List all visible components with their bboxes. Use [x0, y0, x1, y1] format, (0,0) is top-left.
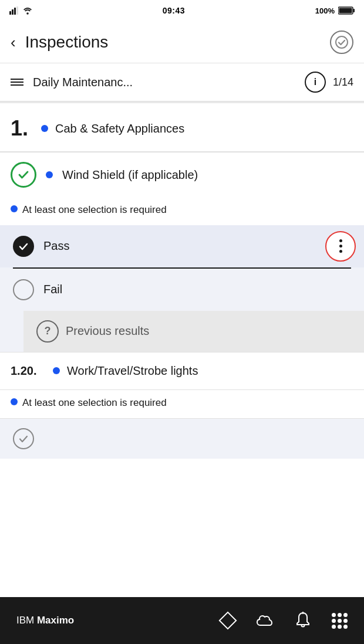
svg-point-4 — [26, 12, 29, 15]
prev-results-text: Previous results — [66, 324, 149, 338]
sub-section-row: 1.20. Work/Travel/Strobe lights — [0, 352, 364, 389]
page-title: Inspections — [25, 33, 330, 52]
svg-rect-0 — [9, 11, 11, 15]
partial-answer-row — [0, 418, 364, 459]
fail-row[interactable]: Fail — [0, 269, 364, 311]
selection-notice-2: At least one selection is required — [0, 390, 364, 418]
svg-point-8 — [336, 36, 348, 48]
notice-text: At least one selection is required — [22, 203, 167, 217]
status-battery: 100% — [315, 6, 355, 15]
windshield-label: Wind Shield (if applicable) — [62, 168, 198, 182]
notice-text-2: At least one selection is required — [22, 396, 167, 410]
fail-label: Fail — [43, 283, 353, 296]
svg-rect-7 — [339, 8, 352, 13]
section-dot — [41, 125, 48, 132]
status-bar: 09:43 100% — [0, 0, 364, 21]
info-button[interactable]: i — [305, 72, 326, 93]
sub-header: Daily Maintenanc... i 1/14 — [0, 63, 364, 101]
prev-results-icon: ? — [36, 320, 59, 343]
section-title: Cab & Safety Appliances — [55, 122, 184, 135]
sub-item-label: Work/Travel/Strobe lights — [67, 364, 198, 378]
svg-rect-6 — [353, 9, 355, 12]
windshield-row: Wind Shield (if applicable) — [0, 152, 364, 197]
status-time: 09:43 — [163, 6, 185, 15]
selection-notice-1: At least one selection is required — [0, 197, 364, 225]
cloud-button[interactable] — [255, 614, 274, 628]
apps-button[interactable] — [332, 613, 348, 629]
dot2 — [339, 245, 342, 248]
svg-rect-2 — [14, 8, 16, 15]
cloud-icon — [255, 614, 274, 628]
nav-spacer — [0, 459, 364, 506]
back-button[interactable]: ‹ — [11, 35, 16, 50]
notice-dot — [11, 205, 18, 212]
more-options-button[interactable] — [325, 231, 356, 262]
sub-section-number: 1.20. — [11, 364, 46, 378]
previous-results[interactable]: ? Previous results — [23, 311, 364, 352]
dot1 — [339, 239, 342, 242]
windshield-check[interactable] — [11, 162, 36, 188]
answer-area: Pass Fail ? Previous results — [0, 225, 364, 352]
page-counter: 1/14 — [333, 76, 353, 89]
svg-rect-3 — [16, 6, 18, 15]
partial-radio — [13, 428, 34, 449]
nav-icons — [221, 612, 348, 629]
fail-radio[interactable] — [13, 279, 34, 300]
item-dot — [46, 171, 53, 178]
bell-icon — [295, 612, 311, 629]
home-button[interactable] — [221, 614, 234, 627]
notice-dot-2 — [11, 398, 18, 405]
status-signal — [9, 6, 32, 15]
complete-button[interactable] — [330, 30, 353, 54]
header: ‹ Inspections — [0, 21, 364, 63]
dot3 — [339, 250, 342, 253]
section-number: 1. — [11, 116, 34, 141]
pass-radio[interactable] — [13, 236, 34, 257]
pass-label: Pass — [43, 239, 353, 253]
sub-item-dot — [53, 367, 60, 374]
notifications-button[interactable] — [295, 612, 311, 629]
brand-label: IBM Maximo — [16, 615, 74, 626]
inspection-title: Daily Maintenanc... — [33, 76, 305, 89]
bottom-nav: IBM Maximo — [0, 597, 364, 644]
home-icon — [218, 611, 237, 629]
menu-button[interactable] — [11, 79, 23, 86]
apps-icon — [332, 613, 348, 629]
section-1-header: 1. Cab & Safety Appliances — [0, 103, 364, 151]
pass-row[interactable]: Pass — [0, 225, 364, 267]
svg-rect-1 — [12, 9, 14, 15]
